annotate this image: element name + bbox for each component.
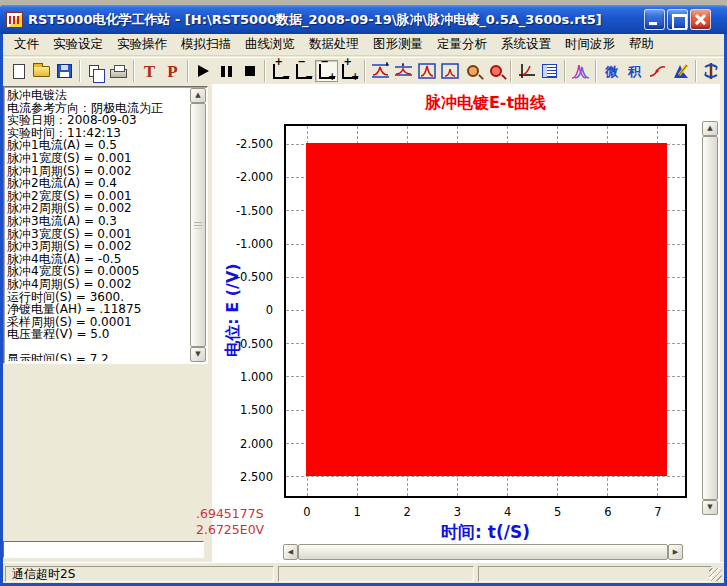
scroll-up-button[interactable]: ▲ — [190, 88, 206, 103]
scrollbar-thumb[interactable] — [298, 544, 668, 560]
y-tick-label: -2.000 — [212, 171, 278, 183]
y-tick-label: 0.500 — [212, 338, 278, 350]
status-message-pane: 通信超时2S — [5, 566, 274, 582]
chart-horizontal-scrollbar[interactable]: ◀ ▶ — [283, 544, 683, 560]
toolbar-separator — [595, 60, 597, 82]
y-tick-label: -0.500 — [212, 271, 278, 283]
parameter-line: 脉冲3电流(A) = 0.3 — [7, 215, 189, 228]
open-file-button[interactable] — [30, 60, 53, 82]
compress-vertical-button[interactable] — [392, 60, 415, 82]
x-tick-label: 7 — [648, 505, 668, 518]
cursor-voltage-value: 2.6725E0V — [196, 522, 264, 538]
axis-sign-top: + — [275, 57, 283, 67]
parameter-line: 脉冲4周期(S) = 0.002 — [7, 278, 189, 291]
menu-item-help[interactable]: 帮助 — [622, 33, 661, 56]
menu-item-curve-browse[interactable]: 曲线浏览 — [238, 33, 302, 56]
point-annotation-button[interactable]: P — [161, 60, 184, 82]
smooth-curve-button[interactable] — [646, 60, 669, 82]
pause-button[interactable] — [215, 60, 238, 82]
y-tick-label: 2.000 — [212, 438, 278, 450]
menu-item-file[interactable]: 文件 — [7, 33, 46, 56]
curve-expand-icon — [371, 62, 390, 80]
menu-item-data-processing[interactable]: 数据处理 — [302, 33, 366, 56]
double-peak-icon — [571, 63, 590, 80]
rotate-view-button[interactable] — [700, 60, 723, 82]
scrollbar-thumb[interactable] — [190, 103, 206, 347]
axis-sign-top: − — [298, 57, 306, 67]
data-table-icon — [542, 64, 557, 78]
app-window: RST5000电化学工作站 - [H:\RST5000数据_2008-09-19… — [0, 0, 727, 586]
peak-in-box-small-icon — [441, 63, 459, 79]
annotate-button[interactable] — [669, 60, 692, 82]
menu-item-simulated-scan[interactable]: 模拟扫描 — [174, 33, 238, 56]
text-annotation-button[interactable]: T — [138, 60, 161, 82]
axis-curve-icon — [518, 63, 536, 80]
expand-vertical-button[interactable] — [369, 60, 392, 82]
toolbar-separator — [264, 60, 266, 82]
zoom-out-button[interactable] — [461, 60, 484, 82]
menu-item-quantitative-analysis[interactable]: 定量分析 — [430, 33, 494, 56]
menu-item-experiment-setup[interactable]: 实验设定 — [46, 33, 110, 56]
scroll-right-button[interactable]: ▶ — [668, 544, 683, 560]
scrollbar-thumb[interactable] — [702, 136, 718, 500]
menu-item-graph-measure[interactable]: 图形测量 — [366, 33, 430, 56]
parameter-line: 脉冲1宽度(S) = 0.001 — [7, 152, 189, 165]
menu-item-experiment-operation[interactable]: 实验操作 — [110, 33, 174, 56]
maximize-button[interactable] — [667, 9, 688, 30]
copy-button[interactable] — [84, 60, 107, 82]
parameters-scrollbar[interactable]: ▲ ▼ — [190, 88, 206, 362]
scroll-down-button[interactable]: ▼ — [190, 347, 206, 362]
stop-button[interactable] — [238, 60, 261, 82]
toolbar-separator — [364, 60, 366, 82]
minimize-button[interactable] — [644, 9, 665, 30]
scroll-down-button[interactable]: ▼ — [702, 500, 718, 515]
zoom-in-button[interactable] — [484, 60, 507, 82]
axis-scale-button-4[interactable]: + + — [338, 60, 361, 82]
down-arrow-icon: ▼ — [707, 504, 712, 511]
x-tick-label: 3 — [447, 505, 467, 518]
new-file-icon — [13, 64, 25, 79]
status-pane-3 — [478, 566, 712, 582]
scroll-left-button[interactable]: ◀ — [283, 544, 298, 560]
parameter-list: 脉冲电镀法电流参考方向：阴极电流为正实验日期：2008-09-03实验时间：11… — [7, 89, 189, 361]
axis-scale-button-2[interactable]: − − — [292, 60, 315, 82]
print-button[interactable] — [107, 60, 130, 82]
close-button[interactable] — [690, 9, 711, 30]
window-frame: RST5000电化学工作站 - [H:\RST5000数据_2008-09-19… — [0, 5, 727, 586]
chart-panel: 脉冲电镀E-t曲线 电位: E (/V) -2.500-2.000-1.500-… — [212, 84, 720, 562]
restore-view-button[interactable] — [438, 60, 461, 82]
plot-area[interactable] — [284, 124, 687, 498]
open-folder-icon — [33, 66, 50, 77]
toolbar-separator — [510, 60, 512, 82]
menu-item-system-settings[interactable]: 系统设置 — [494, 33, 558, 56]
derivative-button[interactable]: 微 — [600, 60, 623, 82]
axis-scale-button-3-active[interactable]: − + — [315, 60, 338, 82]
play-icon — [198, 65, 209, 77]
statusbar: 通信超时2S — [3, 562, 724, 583]
data-table-button[interactable] — [538, 60, 561, 82]
save-button[interactable] — [53, 60, 76, 82]
overlay-curves-button[interactable] — [569, 60, 592, 82]
titlebar: RST5000电化学工作站 - [H:\RST5000数据_2008-09-19… — [0, 5, 727, 34]
axis-sign-right: + — [328, 72, 336, 82]
new-file-button[interactable] — [7, 60, 30, 82]
x-tick-label: 0 — [297, 505, 317, 518]
x-tick-label: 2 — [397, 505, 417, 518]
axis-minus-minus-icon: − − — [296, 64, 312, 79]
resize-grip[interactable] — [709, 568, 722, 581]
zoom-window-button[interactable] — [415, 60, 438, 82]
experiment-parameters-panel: 脉冲电镀法电流参考方向：阴极电流为正实验日期：2008-09-03实验时间：11… — [3, 86, 208, 364]
x-tick-label: 6 — [598, 505, 618, 518]
axis-settings-button[interactable] — [515, 60, 538, 82]
axis-scale-button-1[interactable]: + − — [269, 60, 292, 82]
toolbar-separator — [133, 60, 135, 82]
integral-button[interactable]: 积 — [623, 60, 646, 82]
axis-plus-minus-icon: + − — [273, 64, 289, 79]
toolbar-separator — [187, 60, 189, 82]
run-button[interactable] — [192, 60, 215, 82]
scroll-up-button[interactable]: ▲ — [702, 121, 718, 136]
axis-minus-plus-icon: − + — [319, 64, 335, 79]
menu-item-time-waveform[interactable]: 时间波形 — [558, 33, 622, 56]
command-input[interactable] — [3, 541, 204, 558]
chart-vertical-scrollbar[interactable]: ▲ ▼ — [702, 121, 718, 515]
